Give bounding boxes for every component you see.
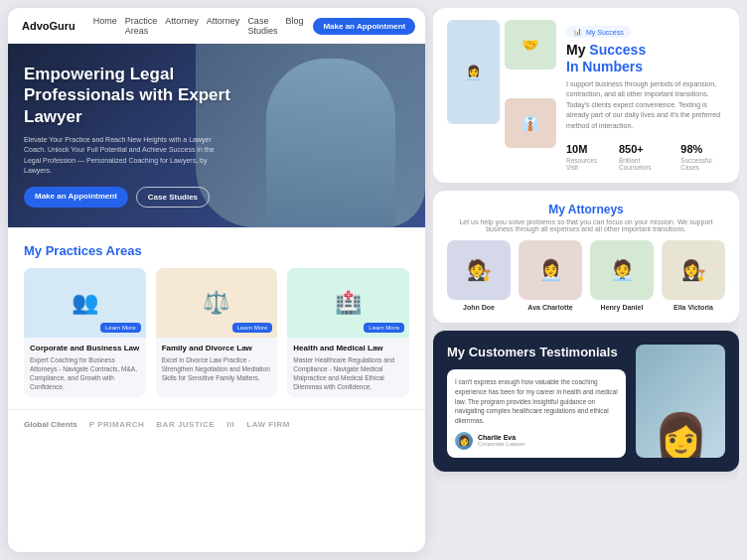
attorneys-title-colored: Attorneys	[568, 203, 624, 216]
success-content: 📊 My Success My Success In Numbers I sup…	[566, 20, 725, 171]
success-heading-line2: In Numbers	[566, 59, 643, 74]
client-logos: P PRIMARCH BAR JUSTICE III LAW FIRM	[89, 420, 290, 429]
hero-case-studies-button[interactable]: Case Studies	[136, 187, 210, 208]
success-img-bottom-right: 👔	[505, 98, 557, 148]
stat-number-resources: 10M	[566, 143, 587, 155]
practice-card-family: ⚖️ Learn More Family and Divorce Law Exc…	[156, 268, 278, 397]
hero-buttons: Make an Appointment Case Studies	[24, 187, 232, 208]
stat-label-cases: Successful Cases	[680, 157, 725, 171]
testimonial-bubble: I can't express enough how valuable the …	[447, 369, 626, 458]
practices-heading: My Practices Areas	[24, 243, 409, 258]
practice-desc-corporate: Expert Coaching for Business Attorneys -…	[30, 355, 140, 391]
practice-img-health: 🏥 Learn More	[287, 268, 409, 338]
client-logo-3: LAW FIRM	[246, 420, 290, 429]
clients-label: Global Clients	[24, 420, 77, 429]
attorney-photo-2: 🧑‍💼	[590, 240, 654, 300]
author-name: Charlie Eva	[478, 434, 525, 441]
success-badge-text: My Success	[586, 29, 624, 36]
practices-heading-plain: My	[24, 243, 46, 258]
practice-img-corporate: 👥 Learn More	[24, 268, 146, 338]
nav-home[interactable]: Home	[93, 16, 117, 36]
person-silhouette-icon: 👩	[654, 414, 708, 458]
attorney-card-0: 🧑‍⚖️ John Doe	[447, 240, 511, 311]
practice-emoji-health: 🏥	[335, 290, 362, 316]
attorney-name-2: Henry Daniel	[590, 304, 654, 311]
practice-card-body-family: Family and Divorce Law Excel in Divorce …	[156, 338, 278, 388]
attorney-card-1: 👩‍💼 Ava Charlotte	[519, 240, 582, 311]
clients-bar: Global Clients P PRIMARCH BAR JUSTICE II…	[8, 409, 425, 439]
client-logo-2: III	[226, 420, 234, 429]
success-section: 👩‍💼 🤝 👔 📊 My Success My Success In Numbe…	[433, 8, 739, 183]
practice-emoji-family: ⚖️	[203, 290, 229, 316]
success-img-tall: 👩‍💼	[447, 20, 500, 124]
attorneys-title: My Attorneys	[447, 203, 725, 216]
success-badge: 📊 My Success	[566, 26, 631, 38]
stat-label-counselors: Brilliant Counselors	[619, 157, 667, 171]
attorney-photo-3: 👩‍⚖️	[662, 240, 725, 300]
stat-counselors: 850+ Brilliant Counselors	[619, 139, 667, 171]
success-img-top-right: 🤝	[505, 20, 557, 70]
practice-card-body-corporate: Corporate and Business Law Expert Coachi…	[24, 338, 146, 397]
success-badge-icon: 📊	[573, 28, 582, 36]
author-avatar: 👩	[455, 432, 473, 450]
learn-more-health[interactable]: Learn More	[364, 323, 404, 333]
learn-more-corporate[interactable]: Learn More	[100, 323, 141, 333]
brand: AdvoGuru	[22, 20, 75, 32]
testimonial-author: 👩 Charlie Eva Corporate Lawyer	[455, 432, 618, 450]
practice-img-family: ⚖️ Learn More	[156, 268, 278, 338]
practice-title-corporate: Corporate and Business Law	[30, 344, 140, 352]
testimonials-content: My Customers Testimonials I can't expres…	[447, 345, 626, 458]
attorney-photo-1: 👩‍💼	[519, 240, 582, 300]
testimonials-section: My Customers Testimonials I can't expres…	[433, 331, 739, 472]
stat-number-counselors: 850+	[619, 143, 644, 155]
nav-cta-button[interactable]: Make an Appointment	[313, 18, 415, 35]
right-panel: 👩‍💼 🤝 👔 📊 My Success My Success In Numbe…	[433, 8, 739, 552]
success-heading: My Success In Numbers	[566, 42, 725, 75]
hero-appointment-button[interactable]: Make an Appointment	[24, 187, 128, 208]
stat-label-resources: Resources Visit	[566, 157, 605, 171]
stat-cases: 98% Successful Cases	[680, 139, 725, 171]
attorneys-subtitle: Let us help you solve problems so that y…	[447, 218, 725, 232]
nav-attorney-2[interactable]: Attorney	[207, 16, 240, 36]
hero-person-image	[266, 59, 395, 227]
practice-grid: 👥 Learn More Corporate and Business Law …	[24, 268, 409, 397]
learn-more-family[interactable]: Learn More	[232, 323, 273, 333]
practice-card-health: 🏥 Learn More Health and Medical Law Mast…	[287, 268, 409, 397]
attorney-photo-0: 🧑‍⚖️	[447, 240, 511, 300]
hero-section: Empowering Legal Professionals with Expe…	[8, 44, 425, 227]
nav-blog[interactable]: Blog	[285, 16, 303, 36]
success-heading-line1: Success	[589, 42, 646, 58]
stats-row: 10M Resources Visit 850+ Brilliant Couns…	[566, 139, 725, 171]
testimonials-person: 👩	[636, 345, 725, 458]
attorneys-title-plain: My	[548, 203, 568, 216]
practices-section: My Practices Areas 👥 Learn More Corporat…	[8, 227, 425, 409]
author-info: Charlie Eva Corporate Lawyer	[478, 434, 525, 447]
practice-desc-health: Master Healthcare Regulations and Compli…	[293, 355, 403, 391]
success-images: 👩‍💼 🤝 👔	[447, 20, 556, 171]
attorneys-section: My Attorneys Let us help you solve probl…	[433, 191, 739, 323]
testimonials-person-bg: 👩	[636, 345, 725, 458]
stat-number-cases: 98%	[680, 143, 702, 155]
nav-practice-areas[interactable]: Practice Areas	[125, 16, 158, 36]
author-role: Corporate Lawyer	[478, 441, 525, 447]
practice-card-corporate: 👥 Learn More Corporate and Business Law …	[24, 268, 146, 397]
practice-desc-family: Excel in Divorce Law Practice - Strength…	[162, 355, 272, 382]
practice-title-health: Health and Medical Law	[293, 344, 403, 352]
hero-content: Empowering Legal Professionals with Expe…	[24, 64, 232, 208]
attorney-name-1: Ava Charlotte	[519, 304, 582, 311]
practice-title-family: Family and Divorce Law	[162, 344, 272, 352]
client-logo-0: P PRIMARCH	[89, 420, 145, 429]
success-desc: I support business through periods of ex…	[566, 79, 725, 132]
practice-card-body-health: Health and Medical Law Master Healthcare…	[287, 338, 409, 397]
nav-attorney-1[interactable]: Attorney	[165, 16, 199, 36]
attorney-card-3: 👩‍⚖️ Ella Victoria	[662, 240, 725, 311]
testimonial-text: I can't express enough how valuable the …	[455, 377, 618, 426]
hero-subtitle: Elevate Your Practice and Reach New Heig…	[24, 135, 232, 177]
nav-links: Home Practice Areas Attorney Attorney Ca…	[93, 16, 304, 36]
nav-case-studies[interactable]: Case Studies	[247, 16, 277, 36]
stat-resources: 10M Resources Visit	[566, 139, 605, 171]
attorneys-grid: 🧑‍⚖️ John Doe 👩‍💼 Ava Charlotte 🧑‍💼 Henr…	[447, 240, 725, 311]
attorney-card-2: 🧑‍💼 Henry Daniel	[590, 240, 654, 311]
hero-title: Empowering Legal Professionals with Expe…	[24, 64, 232, 127]
attorney-name-3: Ella Victoria	[662, 304, 725, 311]
